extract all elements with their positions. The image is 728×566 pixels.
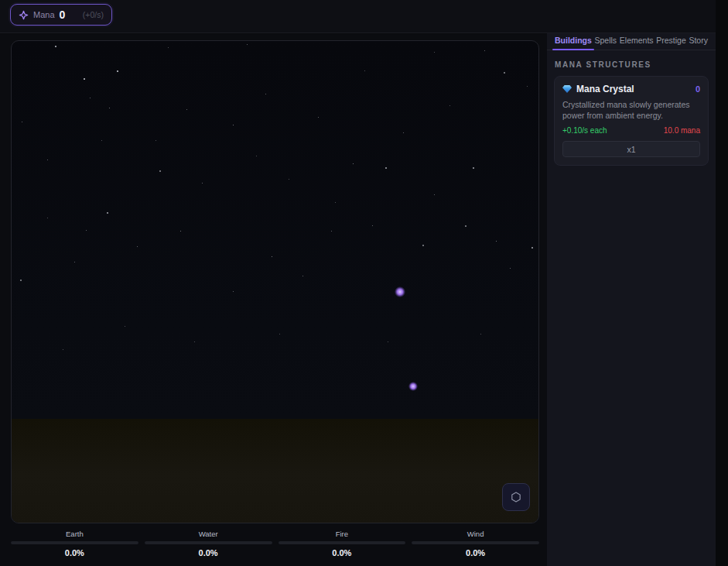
mana-sparkle-icon — [19, 10, 29, 20]
star — [101, 140, 102, 141]
star — [434, 52, 435, 53]
tab-elements[interactable]: Elements — [619, 33, 655, 50]
main-area: Earth 0.0% Water 0.0% Fire 0.0% Wind 0.0… — [0, 34, 547, 566]
star — [186, 109, 187, 110]
star — [168, 47, 169, 48]
star — [55, 46, 56, 47]
star — [117, 70, 118, 72]
building-card-mana-crystal: Mana Crystal 0 Crystallized mana slowly … — [554, 76, 709, 166]
star — [84, 78, 85, 80]
card-stats: +0.10/s each 10.0 mana — [562, 126, 700, 135]
star — [527, 86, 528, 87]
star — [233, 291, 234, 292]
gem-icon — [562, 85, 572, 93]
star — [403, 132, 404, 133]
mana-value: 0 — [60, 9, 66, 21]
star — [86, 230, 87, 231]
tab-story[interactable]: Story — [688, 33, 709, 50]
element-value: 0.0% — [279, 548, 406, 557]
sidebar: Buildings Spells Elements Prestige Story… — [547, 33, 716, 566]
app-root: Mana 0 (+0/s) Earth 0.0% Water — [0, 0, 728, 566]
star — [74, 262, 75, 262]
card-owned-count: 0 — [696, 84, 700, 94]
star — [531, 247, 533, 249]
element-earth: Earth 0.0% — [11, 530, 138, 557]
star — [247, 44, 248, 45]
star — [256, 156, 257, 156]
star — [22, 122, 22, 122]
star — [109, 108, 110, 108]
element-label: Wind — [412, 530, 539, 538]
tab-prestige[interactable]: Prestige — [655, 33, 687, 50]
star — [302, 276, 303, 276]
star — [233, 125, 234, 125]
star — [180, 231, 181, 232]
star — [202, 183, 203, 184]
star — [318, 117, 319, 118]
star — [465, 225, 467, 227]
star — [434, 194, 435, 195]
star — [372, 225, 373, 226]
section-title: MANA STRUCTURES — [555, 60, 708, 69]
star — [353, 163, 354, 164]
star — [107, 212, 108, 214]
mana-orb[interactable] — [408, 382, 418, 391]
star — [484, 50, 485, 51]
card-title: Mana Crystal — [576, 84, 634, 94]
right-edge-strip — [716, 0, 728, 566]
card-rate: +0.10/s each — [562, 126, 607, 135]
star — [388, 341, 388, 342]
mana-rate: (+0/s) — [83, 10, 104, 19]
element-value: 0.0% — [412, 548, 539, 557]
tab-buildings[interactable]: Buildings — [554, 33, 593, 50]
mana-orb[interactable] — [395, 286, 405, 297]
card-description: Crystallized mana slowly generates power… — [562, 99, 700, 121]
starfield — [12, 41, 538, 523]
element-progressbar — [279, 541, 406, 544]
element-progressbar — [412, 541, 539, 544]
star — [510, 268, 511, 269]
element-progressbar — [145, 541, 272, 544]
star — [63, 349, 63, 350]
star — [279, 334, 280, 334]
game-canvas[interactable] — [11, 40, 539, 523]
card-cost: 10.0 mana — [664, 126, 700, 135]
mana-label: Mana — [33, 10, 55, 19]
element-value: 0.0% — [145, 548, 272, 557]
star — [473, 167, 474, 169]
star — [480, 334, 481, 334]
sidebar-tabs: Buildings Spells Elements Prestige Story — [547, 33, 716, 50]
star — [125, 326, 125, 327]
star — [449, 105, 450, 106]
element-fire: Fire 0.0% — [279, 530, 406, 557]
star — [194, 341, 195, 342]
star — [156, 140, 156, 141]
star — [289, 179, 289, 180]
hexagon-icon — [510, 491, 522, 503]
star — [504, 72, 505, 74]
element-label: Water — [145, 530, 272, 538]
elements-row: Earth 0.0% Water 0.0% Fire 0.0% Wind 0.0… — [11, 530, 539, 557]
star — [385, 167, 387, 169]
star — [137, 246, 138, 247]
star — [265, 94, 266, 94]
star — [47, 160, 48, 160]
star — [272, 256, 272, 257]
element-progressbar — [11, 541, 138, 544]
star — [422, 245, 424, 246]
buy-x1-button[interactable]: x1 — [562, 141, 700, 157]
star — [47, 218, 48, 218]
top-header: Mana 0 (+0/s) — [0, 0, 716, 33]
mana-counter: Mana 0 (+0/s) — [10, 4, 112, 26]
tab-spells[interactable]: Spells — [594, 33, 618, 50]
hex-toggle-button[interactable] — [502, 483, 530, 511]
star — [364, 70, 365, 71]
star — [331, 231, 332, 232]
card-header: Mana Crystal 0 — [562, 84, 700, 94]
element-wind: Wind 0.0% — [412, 530, 539, 557]
star — [90, 98, 91, 98]
element-label: Fire — [279, 530, 406, 538]
star — [335, 202, 336, 203]
element-label: Earth — [11, 530, 138, 538]
star — [496, 241, 497, 242]
